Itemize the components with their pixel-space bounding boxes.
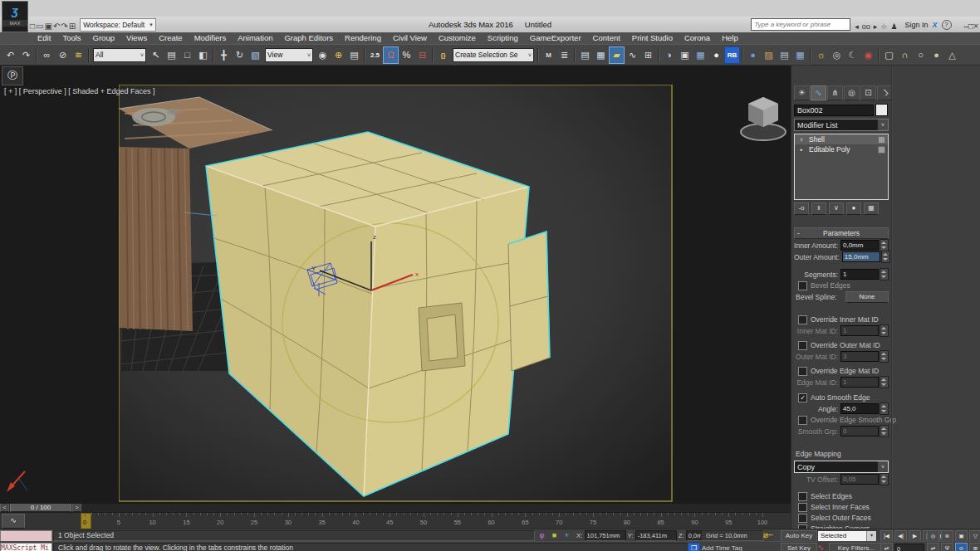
checkbox-select-inner-faces[interactable]: Select Inner Faces [798,502,889,512]
checkbox-box[interactable] [798,341,807,350]
tab-motion[interactable]: ◎ [844,85,860,100]
menu-gameexporter[interactable]: GameExporter [524,32,587,44]
current-frame-field[interactable]: 0 [894,544,924,551]
make-unique-button[interactable]: ∨ [829,202,844,215]
menu-group[interactable]: Group [87,32,120,44]
redo-icon[interactable]: ↷ [18,46,34,64]
remove-modifier-button[interactable]: ● [846,202,861,215]
configure-modifier-sets-button[interactable]: ▦ [864,202,879,215]
object-color-swatch[interactable] [875,104,888,116]
tab-hierarchy[interactable]: ⋔ [827,85,843,100]
spinner-control[interactable] [880,268,889,280]
orbit-icon[interactable]: ⊙ [955,543,968,551]
curve-editor-icon[interactable]: ∿ [625,46,640,64]
selection-lock-icon[interactable]: ■ [549,530,560,540]
open-file-button[interactable]: ▭ [36,22,43,31]
use-pivot-point-center-icon[interactable]: ◉ [315,46,331,64]
absolute-offset-toggle-icon[interactable]: + [561,530,572,540]
maxscript-mini-listener[interactable]: MAXScript Mi [0,543,52,551]
render-rb-icon[interactable]: RB [724,46,740,64]
spinner-control[interactable] [880,425,889,437]
list-pane-icon[interactable]: ▤ [777,46,792,64]
zoom-extents-icon[interactable]: ▣ [955,530,968,542]
checkbox-box[interactable]: ✓ [798,393,807,402]
tab-modify[interactable]: ∿ [811,85,826,100]
set-key-button[interactable]: Set Key [781,543,817,551]
time-tag-icon[interactable]: ❒ [688,543,700,551]
value-field[interactable]: 3 [840,351,879,362]
search-history-icon[interactable]: ◂ [855,22,859,31]
value-field[interactable]: 0,0mm [840,240,879,251]
menu-corona[interactable]: Corona [679,32,716,44]
open-mini-curve-editor-button[interactable]: ∿ [2,514,25,529]
modifier-toggle[interactable] [878,146,885,154]
modifier-stack-item[interactable]: ▪Editable Poly [795,144,888,154]
viewport-label[interactable]: [ + ] [ Perspective ] [ Shaded + Edged F… [4,87,155,95]
new-key-curve-icon[interactable]: ∿ [817,543,824,551]
close-button[interactable]: × [973,22,978,31]
layer-explorer-icon[interactable]: ▤ [577,46,593,64]
y-coordinate-field[interactable]: -183,411m [635,530,677,541]
macro-recorder-field[interactable] [0,530,52,542]
menu-graph-editors[interactable]: Graph Editors [278,32,339,44]
checkbox-override-edge-mat-id[interactable]: Override Edge Mat ID [798,366,889,376]
snaps-toggle-2-5-icon[interactable]: 2.5 [367,46,383,64]
checkbox-override-inner-mat-id[interactable]: Override Inner Mat ID [798,315,889,324]
search-go-icon[interactable]: oo [862,22,870,31]
menu-civil-view[interactable]: Civil View [387,32,433,44]
spinner-control[interactable] [880,473,889,485]
track-bar[interactable]: ∿ 05101520253035404550556065707580859095… [0,512,791,529]
tab-create[interactable]: ☀ [794,85,810,100]
camera-icon[interactable]: ◎ [829,46,845,64]
help-icon[interactable]: ? [942,20,952,30]
checkbox-override-outer-mat-id[interactable]: Override Outer Mat ID [798,340,889,350]
select-and-move-icon[interactable]: ╋ [216,46,232,64]
rectangular-selection-region-icon[interactable]: □ [179,46,195,64]
percent-snap-toggle-icon[interactable]: % [399,46,414,64]
x-coordinate-field[interactable]: 101,751mm [585,530,626,541]
spinner-control[interactable] [880,350,889,363]
angle-snap-toggle-icon[interactable]: Ω [383,46,399,64]
play-button[interactable]: ▶ [909,530,921,542]
undo-button[interactable]: ↶ [53,22,60,31]
spinner-control[interactable] [880,239,889,251]
time-slider-prev-button[interactable]: < [0,503,9,512]
pan-view-icon[interactable]: Ψ [941,543,953,551]
modifier-stack[interactable]: ♀Shell▪Editable Poly [794,134,889,200]
corona-sphere-icon[interactable]: ○ [913,46,929,64]
parameters-rollout-header[interactable]: - Parameters [794,227,889,239]
rendered-frame-window-icon[interactable]: ▦ [693,46,708,64]
checkbox-auto-smooth-edge[interactable]: ✓Auto Smooth Edge [798,393,889,402]
toggle-ribbon-icon[interactable]: ▰ [609,46,625,64]
new-scene-button[interactable]: □ [30,22,35,31]
undo-icon[interactable]: ↶ [2,46,18,64]
zoom-icon[interactable]: ◎ [927,530,939,542]
spinner-control[interactable] [880,324,889,337]
menu-customize[interactable]: Customize [433,32,482,44]
select-and-link-icon[interactable]: ∞ [39,46,55,64]
exchange-store-icon[interactable]: X [933,21,938,29]
image-pane-icon[interactable]: ▨ [761,46,777,64]
menu-rendering[interactable]: Rendering [339,32,387,44]
spinner-control[interactable] [881,251,890,263]
reference-coordinate-dropdown[interactable]: View˅ [265,48,313,62]
sign-in-button[interactable]: Sign In [905,21,929,29]
application-menu-button[interactable]: ʒ MAX [2,1,28,32]
object-name-field[interactable]: Box002 [794,105,874,116]
maximize-viewport-toggle-icon[interactable]: ⊞ [969,543,980,551]
checkbox-override-edge-smooth-grp[interactable]: Override Edge Smooth Grp [798,415,889,425]
menu-create[interactable]: Create [153,32,189,44]
save-file-button[interactable]: ▣ [45,22,52,31]
checkbox-select-outer-faces[interactable]: Select Outer Faces [798,513,889,523]
add-time-tag[interactable]: Add Time Tag [702,543,768,551]
edge-mapping-dropdown[interactable]: Copy˅ [794,461,889,473]
field-of-view-icon[interactable]: ▽ [969,530,980,542]
workspace-dropdown[interactable]: Workspace: Default ▾ [80,18,156,32]
value-field[interactable]: 1 [840,325,879,336]
corona-dome-icon[interactable]: ∩ [897,46,913,64]
checkbox-box[interactable] [798,492,807,501]
time-slider-track[interactable] [81,503,791,512]
redo-button[interactable]: ↷ [61,22,67,31]
value-field[interactable]: 0 [840,426,879,436]
search-input[interactable] [751,18,850,31]
